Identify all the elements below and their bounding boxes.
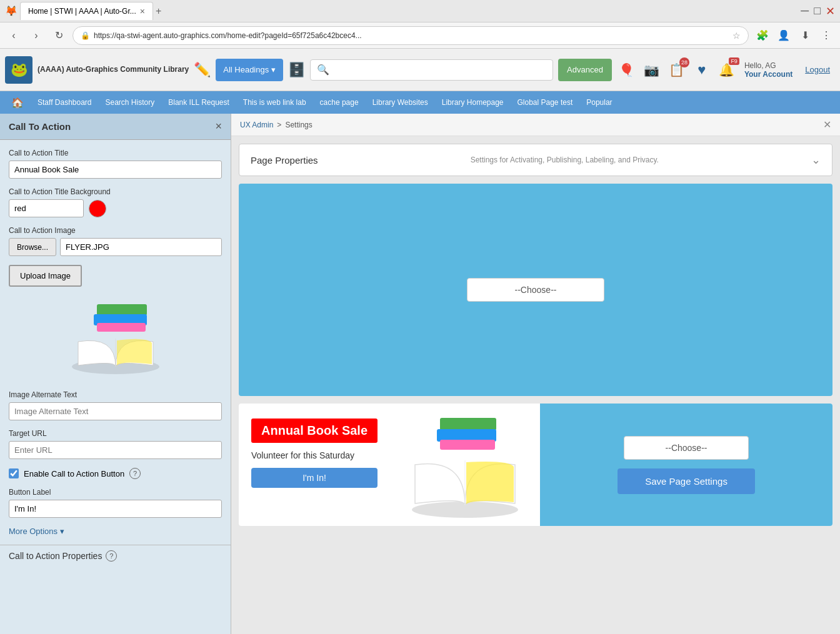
balloon-icon[interactable]: 🎈 bbox=[617, 60, 637, 80]
file-input-row: Browse... FLYER.JPG bbox=[9, 238, 222, 256]
more-options-row: More Options ▾ bbox=[9, 527, 222, 536]
bookmark-icon[interactable]: ☆ bbox=[732, 31, 741, 41]
button-label-group: Button Label bbox=[9, 488, 222, 518]
minimize-icon[interactable]: ─ bbox=[801, 4, 809, 18]
cta-image-label: Call to Action Image bbox=[9, 226, 222, 235]
target-url-label: Target URL bbox=[9, 429, 222, 438]
camera-icon[interactable]: 📷 bbox=[642, 60, 662, 80]
choose-dropdown-bottom[interactable]: --Choose-- bbox=[624, 436, 749, 460]
image-preview bbox=[59, 298, 172, 379]
upload-button-row: Upload Image bbox=[9, 265, 222, 287]
upload-image-button[interactable]: Upload Image bbox=[9, 265, 82, 287]
reload-button[interactable]: ↻ bbox=[50, 27, 68, 44]
user-section: Hello, AG Your Account bbox=[744, 61, 792, 79]
cta-action-button[interactable]: I'm In! bbox=[251, 468, 378, 488]
cta-bg-label: Call to Action Title Background bbox=[9, 187, 222, 196]
breadcrumb-separator: > bbox=[277, 121, 281, 129]
breadcrumb: UX Admin > Settings ✕ bbox=[231, 114, 840, 136]
preview-right: --Choose-- Save Page Settings bbox=[540, 404, 832, 526]
right-content: UX Admin > Settings ✕ Page Properties Se… bbox=[231, 114, 840, 634]
choose-dropdown-top[interactable]: --Choose-- bbox=[467, 278, 604, 302]
breadcrumb-settings: Settings bbox=[285, 121, 312, 129]
svg-rect-0 bbox=[97, 304, 147, 315]
browser-tab[interactable]: Home | STWI | AAAA | Auto-Gr... × bbox=[20, 2, 153, 20]
target-url-group: Target URL bbox=[9, 429, 222, 459]
notes-icon[interactable]: 📋 28 bbox=[667, 60, 687, 80]
tab-close-button[interactable]: × bbox=[140, 6, 145, 16]
heart-icon[interactable]: ♥ bbox=[692, 60, 712, 80]
nav-global-page-test[interactable]: Global Page test bbox=[511, 94, 579, 111]
logo-icon: 🐸 bbox=[5, 56, 32, 84]
new-tab-button[interactable]: + bbox=[156, 6, 161, 17]
logout-button[interactable]: Logout bbox=[800, 65, 835, 74]
alt-text-label: Image Alternate Text bbox=[9, 390, 222, 399]
heading-dropdown[interactable]: All Headings ▾ bbox=[216, 59, 283, 81]
profile-button[interactable]: 👤 bbox=[775, 27, 792, 44]
address-bar[interactable]: 🔒 https://qa-stwi-agent.auto-graphics.co… bbox=[72, 26, 749, 45]
nav-popular[interactable]: Popular bbox=[580, 94, 618, 111]
target-url-input[interactable] bbox=[9, 441, 222, 459]
user-greeting: Hello, AG bbox=[744, 61, 792, 70]
enable-cta-help-icon[interactable]: ? bbox=[129, 468, 141, 479]
page-properties-title: Page Properties bbox=[251, 155, 318, 166]
nav-cache-page[interactable]: cache page bbox=[314, 94, 365, 111]
bell-icon[interactable]: 🔔 F9 bbox=[717, 60, 737, 80]
breadcrumb-ux-admin[interactable]: UX Admin bbox=[240, 121, 273, 129]
org-name: (AAAA) Auto-Graphics Community Library bbox=[38, 64, 189, 75]
save-page-settings-button[interactable]: Save Page Settings bbox=[618, 468, 755, 494]
cta-title-badge: Annual Book Sale bbox=[251, 419, 378, 443]
panel-close-button[interactable]: × bbox=[215, 120, 222, 133]
window-close-icon[interactable]: ✕ bbox=[826, 4, 835, 18]
more-options-link[interactable]: More Options ▾ bbox=[9, 527, 222, 536]
cta-properties-label: Call to Action Properties bbox=[9, 551, 102, 561]
browser-toolbar: ‹ › ↻ 🔒 https://qa-stwi-agent.auto-graph… bbox=[0, 22, 840, 49]
color-swatch[interactable] bbox=[89, 200, 106, 217]
more-options-label: More Options bbox=[9, 527, 58, 536]
nav-web-link-lab[interactable]: This is web link lab bbox=[237, 94, 312, 111]
expand-icon[interactable]: ⌄ bbox=[811, 153, 821, 167]
user-account[interactable]: Your Account bbox=[744, 70, 792, 79]
forward-button[interactable]: › bbox=[28, 27, 45, 44]
button-label-input[interactable] bbox=[9, 500, 222, 518]
advanced-button[interactable]: Advanced bbox=[558, 59, 612, 81]
browse-button[interactable]: Browse... bbox=[9, 238, 56, 256]
panel-title: Call To Action bbox=[9, 121, 71, 132]
cta-title-input[interactable] bbox=[9, 161, 222, 179]
svg-rect-6 bbox=[440, 440, 495, 450]
back-button[interactable]: ‹ bbox=[5, 27, 22, 44]
alt-text-group: Image Alternate Text bbox=[9, 390, 222, 420]
browser-titlebar: 🦊 Home | STWI | AAAA | Auto-Gr... × + ─ … bbox=[0, 0, 840, 22]
extensions-button[interactable]: 🧩 bbox=[754, 27, 771, 44]
maximize-icon[interactable]: □ bbox=[814, 4, 821, 18]
content-close-button[interactable]: ✕ bbox=[823, 119, 831, 131]
properties-help-icon[interactable]: ? bbox=[106, 550, 117, 562]
panel-header: Call To Action × bbox=[0, 114, 231, 140]
alt-text-input[interactable] bbox=[9, 402, 222, 420]
cta-properties-section: Call to Action Properties ? bbox=[0, 545, 231, 567]
blue-preview-top: --Choose-- bbox=[239, 184, 832, 396]
search-bar[interactable]: 🔍 bbox=[310, 59, 553, 81]
header-icons: 🎈 📷 📋 28 ♥ 🔔 F9 bbox=[617, 60, 737, 80]
nav-search-history[interactable]: Search History bbox=[99, 94, 161, 111]
settings-button[interactable]: ⋮ bbox=[818, 27, 835, 44]
nav-library-homepage[interactable]: Library Homepage bbox=[436, 94, 510, 111]
toolbar-icons: 🧩 👤 ⬇ ⋮ bbox=[754, 27, 835, 44]
svg-rect-4 bbox=[440, 418, 496, 430]
cta-title-group: Call to Action Title bbox=[9, 149, 222, 179]
nav-staff-dashboard[interactable]: Staff Dashboard bbox=[31, 94, 98, 111]
page-properties-panel[interactable]: Page Properties Settings for Activating,… bbox=[239, 144, 832, 176]
dropdown-arrow: ▾ bbox=[271, 65, 276, 74]
cta-bg-input[interactable] bbox=[9, 199, 84, 217]
header-right: 🎈 📷 📋 28 ♥ 🔔 F9 Hello, AG Your Account L… bbox=[617, 60, 835, 80]
db-stack-icon[interactable]: 🗄️ bbox=[288, 62, 305, 78]
enable-cta-row: Enable Call to Action Button ? bbox=[9, 468, 222, 479]
lock-icon: 🔒 bbox=[81, 31, 90, 40]
cta-bg-group: Call to Action Title Background bbox=[9, 187, 222, 217]
nav-blank-ill[interactable]: Blank ILL Request bbox=[162, 94, 236, 111]
enable-cta-checkbox[interactable] bbox=[9, 468, 19, 478]
browser-favicon: 🦊 bbox=[5, 5, 18, 17]
page-properties-subtitle: Settings for Activating, Publishing, Lab… bbox=[471, 156, 659, 164]
nav-library-websites[interactable]: Library Websites bbox=[366, 94, 434, 111]
nav-home[interactable]: 🏠 bbox=[5, 93, 30, 112]
download-button[interactable]: ⬇ bbox=[796, 27, 814, 44]
